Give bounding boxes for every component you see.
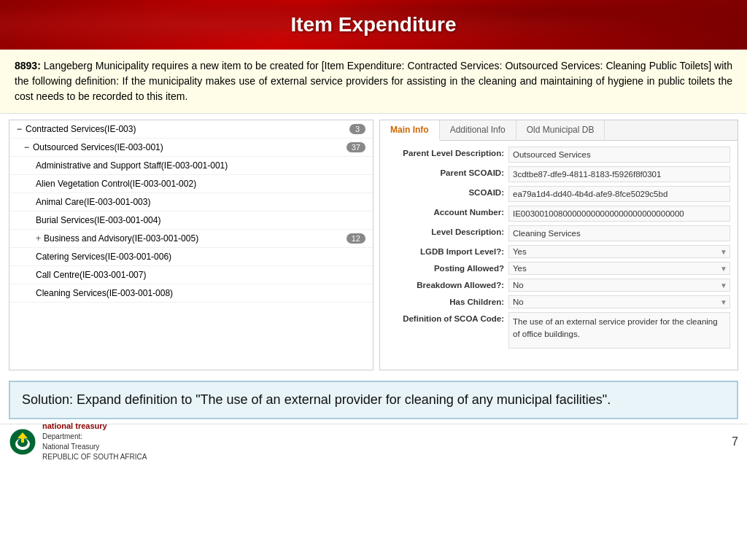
description-body: Langeberg Municipality requires a new it… [15, 60, 732, 102]
field-value-parent-scoaid: 3cdtbe87-dfe9-4811-8183-f5926f8f0301 [508, 166, 730, 182]
footer: national treasury Department: National T… [0, 424, 747, 459]
footer-subdept3: REPUBLIC OF SOUTH AFRICA [42, 452, 147, 462]
form-row-level-desc: Level Description: Cleaning Services [387, 225, 730, 241]
tree-item-label: Cleaning Services(IE-003-001-008) [36, 288, 365, 298]
page-header: Item Expenditure [0, 0, 747, 50]
form-row-posting-allowed: Posting Allowed? YesNo ▼ [387, 262, 730, 275]
form-grid: Parent Level Description: Outsourced Ser… [380, 141, 738, 358]
description-block: 8893: Langeberg Municipality requires a … [0, 50, 747, 114]
tab-additional-info[interactable]: Additional Info [440, 120, 516, 140]
tree-item[interactable]: − Contracted Services(IE-003) 3 [9, 120, 373, 139]
form-row-scoaid: SCOAID: ea79a1d4-dd40-4b4d-afe9-8fce5029… [387, 186, 730, 202]
field-value-definition: The use of an external service provider … [508, 312, 730, 349]
field-label-lgdb-import: LGDB Import Level?: [387, 245, 504, 256]
tree-item[interactable]: Burial Services(IE-003-001-004) [9, 211, 373, 230]
field-value-parent-desc: Outsourced Services [508, 147, 730, 163]
field-value-scoaid: ea79a1d4-dd40-4b4d-afe9-8fce5029c5bd [508, 186, 730, 202]
toggle-icon: − [24, 142, 29, 152]
tree-item-label: Alien Vegetation Control(IE-003-001-002) [36, 179, 365, 189]
tree-item-badge: 12 [347, 233, 365, 244]
tab-bar: Main Info Additional Info Old Municipal … [380, 120, 738, 141]
field-label-breakdown-allowed: Breakdown Allowed?: [387, 279, 504, 289]
description-text: 8893: Langeberg Municipality requires a … [15, 58, 732, 104]
field-label-has-children: Has Children: [387, 295, 504, 306]
form-row-has-children: Has Children: NoYes ▼ [387, 295, 730, 308]
form-row-breakdown-allowed: Breakdown Allowed?: NoYes ▼ [387, 279, 730, 292]
tree-item-label: Outsourced Services(IE-003-001) [33, 142, 347, 152]
field-label-parent-desc: Parent Level Description: [387, 147, 504, 158]
field-select-children[interactable]: NoYes [508, 295, 730, 308]
solution-block: Solution: Expand definition to "The use … [9, 381, 738, 419]
tree-item[interactable]: Call Centre(IE-003-001-007) [9, 266, 373, 284]
field-select-wrap-breakdown: NoYes ▼ [508, 279, 730, 292]
field-label-account-number: Account Number: [387, 206, 504, 217]
field-label-parent-scoaid: Parent SCOAID: [387, 166, 504, 177]
page-title: Item Expenditure [15, 13, 732, 36]
field-select-breakdown[interactable]: NoYes [508, 279, 730, 292]
svg-rect-4 [21, 438, 24, 443]
tab-old-municipal-db[interactable]: Old Municipal DB [516, 120, 605, 140]
tree-item-label: Animal Care(IE-003-001-003) [36, 197, 365, 207]
tree-item-label: Catering Services(IE-003-001-006) [36, 252, 365, 262]
form-row-lgdb-import: LGDB Import Level?: YesNo ▼ [387, 245, 730, 258]
footer-dept: national treasury [42, 421, 147, 432]
tree-item-label: Call Centre(IE-003-001-007) [36, 270, 365, 280]
field-select-wrap-posting: YesNo ▼ [508, 262, 730, 275]
item-number: 8893: [15, 60, 41, 71]
tree-item[interactable]: − Outsourced Services(IE-003-001) 37 [9, 139, 373, 157]
tree-item[interactable]: Cleaning Services(IE-003-001-008) [9, 284, 373, 303]
page-number: 7 [732, 435, 738, 448]
tree-item[interactable]: + Business and Advisory(IE-003-001-005) … [9, 230, 373, 248]
field-select-lgdb[interactable]: YesNo [508, 245, 730, 258]
tree-item-label: Business and Advisory(IE-003-001-005) [44, 233, 347, 244]
field-value-account-number: IE00300100800000000000000000000000000 [508, 206, 730, 222]
tree-item-badge: 37 [347, 142, 365, 152]
form-row-definition: Definition of SCOA Code: The use of an e… [387, 312, 730, 349]
tab-main-info[interactable]: Main Info [380, 120, 440, 141]
form-row-parent-scoaid: Parent SCOAID: 3cdtbe87-dfe9-4811-8183-f… [387, 166, 730, 182]
plus-icon: + [36, 233, 41, 244]
national-treasury-logo [9, 428, 36, 456]
field-label-level-desc: Level Description: [387, 225, 504, 236]
form-row-parent-desc: Parent Level Description: Outsourced Ser… [387, 147, 730, 163]
field-select-posting[interactable]: YesNo [508, 262, 730, 275]
info-panel: Main Info Additional Info Old Municipal … [379, 120, 738, 370]
content-area: − Contracted Services(IE-003) 3 − Outsou… [0, 114, 747, 376]
tree-item-label: Administrative and Support Staff(IE-003-… [36, 160, 365, 171]
tree-panel: − Contracted Services(IE-003) 3 − Outsou… [9, 120, 374, 370]
tree-item[interactable]: Catering Services(IE-003-001-006) [9, 248, 373, 266]
field-value-level-desc: Cleaning Services [508, 225, 730, 241]
field-label-definition: Definition of SCOA Code: [387, 312, 504, 323]
field-label-posting-allowed: Posting Allowed? [387, 262, 504, 273]
tree-item-label: Burial Services(IE-003-001-004) [36, 215, 365, 225]
solution-text: Solution: Expand definition to "The use … [22, 391, 725, 409]
footer-subdept2: National Treasury [42, 442, 147, 452]
toggle-icon: − [17, 124, 22, 134]
footer-text: national treasury Department: National T… [42, 421, 147, 462]
tree-item[interactable]: Animal Care(IE-003-001-003) [9, 193, 373, 211]
tree-item[interactable]: Alien Vegetation Control(IE-003-001-002) [9, 175, 373, 193]
field-select-wrap-children: NoYes ▼ [508, 295, 730, 308]
footer-logo: national treasury Department: National T… [9, 421, 147, 462]
form-row-account-number: Account Number: IE0030010080000000000000… [387, 206, 730, 222]
tree-item-label: Contracted Services(IE-003) [26, 124, 349, 134]
field-select-wrap-lgdb: YesNo ▼ [508, 245, 730, 258]
field-label-scoaid: SCOAID: [387, 186, 504, 197]
tree-item-badge: 3 [349, 124, 365, 134]
footer-subdept1: Department: [42, 432, 147, 442]
tree-item[interactable]: Administrative and Support Staff(IE-003-… [9, 157, 373, 175]
